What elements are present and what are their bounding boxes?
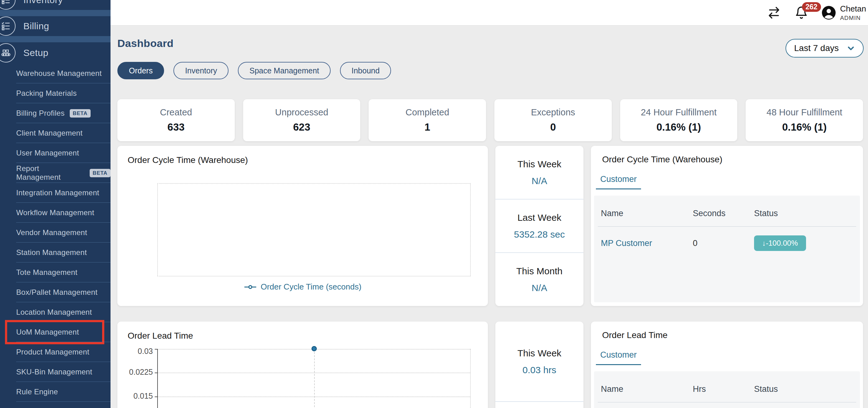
table-card-title: Order Cycle Time (Warehouse): [602, 155, 863, 165]
user-role: ADMIN: [840, 14, 866, 22]
summary-this-week: This Week N/A: [495, 146, 584, 199]
kpi-card-48h-fulfillment: 48 Hour Fulfillment 0.16% (1): [746, 99, 863, 141]
axis-tick: [155, 373, 158, 373]
chevron-down-icon: [847, 44, 855, 52]
sidebar-item-integration-management[interactable]: Integration Management: [0, 183, 111, 203]
tab-customer[interactable]: Customer: [596, 174, 641, 190]
cycle-time-table: Name Seconds Status MP Customer 0 ↓-100.…: [594, 196, 860, 302]
user-name: Chetan: [840, 4, 866, 14]
kpi-card-created: Created 633: [117, 99, 235, 141]
sidebar-divider-band: [0, 36, 111, 42]
kpi-cards: Created 633 Unprocessed 623 Completed 1 …: [117, 99, 863, 141]
date-range-dropdown[interactable]: Last 7 days: [785, 39, 864, 58]
sidebar-item-setup[interactable]: Setup: [0, 42, 111, 63]
date-range-value: Last 7 days: [794, 43, 839, 53]
customer-link[interactable]: MP Customer: [601, 239, 693, 248]
page-title: Dashboard: [117, 26, 863, 49]
user-menu[interactable]: Chetan ADMIN: [821, 4, 866, 22]
cycle-time-table-card: Order Cycle Time (Warehouse) Customer Na…: [591, 146, 863, 306]
sidebar-item-billing-profiles[interactable]: Billing ProfilesBETA: [0, 103, 111, 123]
axis-tick: [155, 349, 158, 349]
table-header: Name Seconds Status: [598, 196, 856, 227]
summary-last-week: Last Week 0.05 hrs: [495, 402, 584, 408]
sidebar-item-rule-engine[interactable]: Rule Engine: [0, 382, 111, 402]
sidebar-item-tote-management[interactable]: Tote Management: [0, 263, 111, 282]
legend-label: Order Cycle Time (seconds): [260, 282, 362, 292]
kpi-card-completed: Completed 1: [369, 99, 486, 141]
notification-bell-icon[interactable]: 262: [795, 5, 808, 20]
kpi-card-unprocessed: Unprocessed 623: [243, 99, 361, 141]
seconds-value: 0: [693, 239, 754, 248]
sidebar-nav: Inventory Billing Setup Warehouse Manage…: [0, 0, 111, 408]
sidebar-item-client-management[interactable]: Client Management: [0, 123, 111, 143]
beta-badge: BETA: [70, 109, 91, 117]
hover-guide-line: [314, 349, 315, 408]
sidebar-item-report-management[interactable]: Report ManagementBETA: [0, 163, 111, 183]
table-row: MP Customer 0.03 ↓-40.00%: [598, 402, 856, 408]
setup-submenu: Warehouse Management Packing Materials B…: [0, 63, 111, 402]
y-tick-label: 0.0225: [123, 368, 153, 377]
sidebar-item-warehouse-management[interactable]: Warehouse Management: [0, 63, 111, 83]
tab-inbound[interactable]: Inbound: [340, 62, 391, 79]
tab-customer[interactable]: Customer: [596, 350, 641, 365]
sidebar-item-sku-bin-management[interactable]: SKU-Bin Management: [0, 362, 111, 382]
summary-this-month: This Month N/A: [495, 253, 584, 306]
chart-title: Order Lead Time: [128, 331, 477, 341]
sidebar-item-workflow-management[interactable]: Workflow Management: [0, 203, 111, 223]
top-bar: 262 Chetan ADMIN: [111, 0, 868, 26]
sidebar-item-packing-materials[interactable]: Packing Materials: [0, 83, 111, 103]
sidebar-item-vendor-management[interactable]: Vendor Management: [0, 223, 111, 243]
beta-badge: BETA: [90, 169, 111, 177]
summary-last-week: Last Week 5352.28 sec: [495, 199, 584, 253]
axis-tick: [155, 397, 158, 397]
lead-time-table: Name Hrs Status MP Customer 0.03 ↓-40.00…: [594, 371, 860, 408]
lead-time-plot-area: 0.03 0.0225 0.015: [157, 349, 471, 408]
swap-arrows-icon[interactable]: [767, 6, 781, 19]
dashboard-tabs: Orders Inventory Space Management Inboun…: [117, 62, 863, 79]
kpi-card-24h-fulfillment: 24 Hour Fulfillment 0.16% (1): [620, 99, 738, 141]
sidebar-item-box-pallet-management[interactable]: Box/Pallet Management: [0, 282, 111, 302]
chart-title: Order Cycle Time (Warehouse): [128, 155, 477, 165]
inventory-icon: [0, 0, 16, 10]
table-row: MP Customer 0 ↓-100.00%: [598, 227, 856, 251]
tab-orders[interactable]: Orders: [117, 62, 164, 79]
cycle-time-row: Order Cycle Time (Warehouse) Order Cycle…: [117, 146, 863, 306]
avatar: [821, 5, 836, 20]
data-point-marker: [311, 346, 317, 351]
sidebar-item-uom-management[interactable]: UoM Management: [0, 322, 111, 342]
table-card-title: Order Lead Time: [602, 330, 863, 340]
sidebar-item-user-management[interactable]: User Management: [0, 143, 111, 163]
tab-inventory[interactable]: Inventory: [174, 62, 228, 79]
y-tick-label: 0.015: [123, 392, 153, 401]
sidebar-item-location-management[interactable]: Location Management: [0, 302, 111, 322]
cycle-time-summary-card: This Week N/A Last Week 5352.28 sec This…: [495, 146, 584, 306]
summary-this-week: This Week 0.03 hrs: [495, 321, 584, 402]
lead-time-table-card: Order Lead Time Customer Name Hrs Status…: [591, 321, 863, 408]
sidebar-item-station-management[interactable]: Station Management: [0, 243, 111, 263]
cycle-time-plot-area: [157, 183, 471, 276]
sidebar-item-billing[interactable]: Billing: [0, 16, 111, 36]
sidebar-item-inventory[interactable]: Inventory: [0, 0, 111, 10]
lead-time-chart-card: Order Lead Time 0.03 0.0225 0.015: [117, 321, 488, 408]
y-tick-label: 0.03: [123, 347, 153, 356]
tab-space-management[interactable]: Space Management: [238, 62, 331, 79]
kpi-card-exceptions: Exceptions 0: [494, 99, 612, 141]
line-marker-icon: [244, 284, 257, 290]
main-content: Dashboard Last 7 days Orders Inventory S…: [111, 26, 868, 408]
table-header: Name Hrs Status: [598, 371, 856, 402]
notification-count-badge: 262: [802, 2, 821, 12]
setup-conveyor-icon: [0, 43, 16, 63]
sidebar-divider-band: [0, 10, 111, 16]
billing-icon: [0, 16, 16, 36]
cycle-time-chart-card: Order Cycle Time (Warehouse) Order Cycle…: [117, 146, 488, 306]
lead-time-summary-card: This Week 0.03 hrs Last Week 0.05 hrs: [495, 321, 584, 408]
status-badge: ↓-100.00%: [754, 235, 806, 251]
lead-time-row: Order Lead Time 0.03 0.0225 0.015 This W…: [117, 321, 863, 408]
sidebar-item-product-management[interactable]: Product Management: [0, 342, 111, 362]
chart-legend-item[interactable]: Order Cycle Time (seconds): [117, 282, 488, 292]
